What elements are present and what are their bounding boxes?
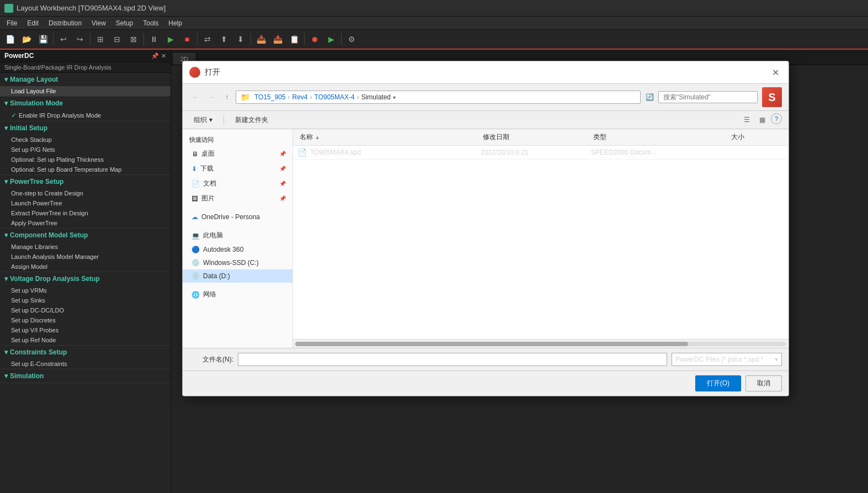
breadcrumb-to905[interactable]: TO905MAX-4 [315, 93, 355, 101]
pause-btn[interactable]: ⏸ [146, 31, 162, 47]
nav-up-btn[interactable]: ↑ [220, 91, 233, 104]
ir-drop-check: ✓ [11, 112, 17, 119]
tree-item-assign-model[interactable]: Assign Model [0, 262, 171, 272]
thispc-label: 此电脑 [203, 231, 223, 240]
tree-item-sinks[interactable]: Set up Sinks [0, 295, 171, 305]
dialog-search[interactable] [658, 91, 758, 103]
menu-distribution[interactable]: Distribution [44, 18, 86, 28]
organize-btn[interactable]: 组织 ▾ [189, 114, 217, 126]
col-name[interactable]: 名称 ▲ [297, 131, 481, 143]
sidebar-downloads[interactable]: ⬇ 下载 📌 [183, 161, 292, 176]
tree-item-check-stackup[interactable]: Check Stackup [0, 135, 171, 145]
tree-item-vi-probes[interactable]: Set up V/I Probes [0, 325, 171, 335]
panel-close-btn[interactable]: ✕ [161, 52, 166, 60]
tree-item-discretes[interactable]: Set up Discretes [0, 315, 171, 325]
sidebar-documents[interactable]: 📄 文档 📌 [183, 176, 292, 191]
play2-btn[interactable]: ▶ [323, 31, 339, 47]
tree-item-optional-board[interactable]: Optional: Set up Board Temperature Map [0, 165, 171, 174]
sidebar-desktop[interactable]: 🖥 桌面 📌 [183, 146, 292, 161]
action6-btn[interactable]: 📋 [286, 31, 302, 47]
cancel-button[interactable]: 取消 [745, 375, 782, 391]
import2-btn[interactable]: ⊟ [109, 31, 125, 47]
play-btn[interactable]: ▶ [163, 31, 178, 47]
help-btn[interactable]: ? [771, 113, 782, 124]
tree-item-setup-pg[interactable]: Set up P/G Nets [0, 145, 171, 155]
tree-item-dc-dc[interactable]: Set up DC-DC/LDO [0, 305, 171, 315]
section-component-model-header[interactable]: ▾ Component Model Setup [0, 229, 171, 242]
filename-input[interactable] [238, 353, 667, 366]
section-voltage-drop-header[interactable]: ▾ Voltage Drop Analysis Setup [0, 272, 171, 285]
undo-btn[interactable]: ↩ [56, 31, 71, 47]
menu-view[interactable]: View [87, 18, 110, 28]
tree-item-optional-plating[interactable]: Optional: Set up Plating Thickness [0, 155, 171, 165]
nav-back-btn[interactable]: ← [189, 91, 203, 104]
section-simulation-mode-header[interactable]: ▾ Simulation Mode [0, 97, 171, 110]
action1-btn[interactable]: ⇄ [200, 31, 215, 47]
record-btn[interactable]: ⏺ [307, 31, 322, 47]
menu-help[interactable]: Help [164, 18, 187, 28]
import1-btn[interactable]: ⊞ [93, 31, 108, 47]
stop-btn[interactable]: ■ [179, 31, 195, 47]
tree-item-ref-node[interactable]: Set up Ref Node [0, 335, 171, 345]
tree-item-load-layout[interactable]: Load Layout File [0, 86, 171, 96]
tree-item-vrms[interactable]: Set up VRMs [0, 285, 171, 295]
filetype-select[interactable]: PowerDC Files (*.pdcx *.spd * ▾ [672, 353, 782, 366]
downloads-label: 下载 [200, 164, 214, 173]
menu-file[interactable]: File [2, 18, 22, 28]
scrollbar-track[interactable] [295, 342, 786, 346]
action4-btn[interactable]: 📥 [253, 31, 269, 47]
section-manage-layout-header[interactable]: ▾ Manage Layout [0, 73, 171, 86]
quick-access-header: 快速访问 [183, 134, 292, 146]
menu-edit[interactable]: Edit [23, 18, 43, 28]
tree-item-launch-pt[interactable]: Launch PowerTree [0, 198, 171, 208]
col-size[interactable]: 大小 [729, 131, 784, 143]
col-date[interactable]: 修改日期 [481, 131, 591, 143]
section-simulation-header[interactable]: ▾ Simulation [0, 369, 171, 383]
tree-item-apply-pt[interactable]: Apply PowerTree [0, 218, 171, 228]
nav-forward-btn[interactable]: → [205, 91, 218, 104]
tree-item-manage-libs[interactable]: Manage Libraries [0, 242, 171, 252]
dialog-toolbar: 组织 ▾ 新建文件夹 ☰ ▦ ? [183, 111, 789, 129]
tree-item-enable-ir-drop[interactable]: ✓ Enable IR Drop Analysis Mode [0, 110, 171, 121]
dialog-close-btn[interactable]: ✕ [769, 66, 782, 79]
sidebar-autodesk[interactable]: 🔵 Autodesk 360 [183, 243, 292, 256]
pictures-label: 图片 [201, 194, 215, 203]
section-initial-setup-header[interactable]: ▾ Initial Setup [0, 121, 171, 135]
scrollbar-thumb[interactable] [295, 342, 688, 346]
redo-btn[interactable]: ↪ [72, 31, 88, 47]
sidebar-onedrive[interactable]: ☁ OneDrive - Persona [183, 210, 292, 224]
breadcrumb-rev4[interactable]: Rev4 [292, 93, 308, 101]
save-btn[interactable]: 💾 [35, 31, 51, 47]
sidebar-pictures[interactable]: 🖼 图片 📌 [183, 191, 292, 206]
nav-refresh-btn[interactable]: 🔄 [643, 91, 656, 104]
open-button[interactable]: 打开(O) [695, 375, 741, 391]
menu-setup[interactable]: Setup [111, 18, 137, 28]
horizontal-scrollbar[interactable] [293, 339, 789, 348]
panel-pin-btn[interactable]: 📌 [151, 52, 159, 60]
section-powertree-header[interactable]: ▾ PowerTree Setup [0, 175, 171, 188]
tree-item-launch-analysis[interactable]: Launch Analysis Model Manager [0, 252, 171, 262]
sidebar-network[interactable]: 🌐 网络 [183, 287, 292, 302]
sidebar-data-d[interactable]: 💿 Data (D:) [183, 269, 292, 283]
details-view-btn[interactable]: ▦ [755, 113, 769, 126]
action5-btn[interactable]: 📤 [270, 31, 285, 47]
action3-btn[interactable]: ⬇ [233, 31, 248, 47]
tree-item-e-constraints[interactable]: Set up E-Constraints [0, 359, 171, 369]
list-view-btn[interactable]: ☰ [740, 113, 753, 126]
file-row-0[interactable]: 📄 TO905MAX4.spd 2022/10/10 8:21 SPEED200… [293, 146, 789, 160]
menu-tools[interactable]: Tools [139, 18, 163, 28]
open-btn[interactable]: 📂 [19, 31, 34, 47]
sidebar-windows-ssd[interactable]: 💿 Windows-SSD (C:) [183, 256, 292, 269]
new-folder-btn[interactable]: 新建文件夹 [231, 114, 273, 126]
action2-btn[interactable]: ⬆ [216, 31, 232, 47]
col-type[interactable]: 类型 [591, 131, 729, 143]
tree-item-extract-pt[interactable]: Extract PowerTree in Design [0, 208, 171, 218]
tree-item-one-step[interactable]: One-step to Create Design [0, 188, 171, 198]
section-constraints-header[interactable]: ▾ Constraints Setup [0, 346, 171, 359]
breadcrumb-to15[interactable]: TO15_905 [254, 93, 286, 101]
sidebar-thispc[interactable]: 💻 此电脑 [183, 228, 292, 243]
breadcrumb-dropdown[interactable]: ▾ [393, 94, 396, 100]
import3-btn[interactable]: ⊠ [126, 31, 141, 47]
settings-btn[interactable]: ⚙ [344, 31, 359, 47]
new-btn[interactable]: 📄 [2, 31, 18, 47]
